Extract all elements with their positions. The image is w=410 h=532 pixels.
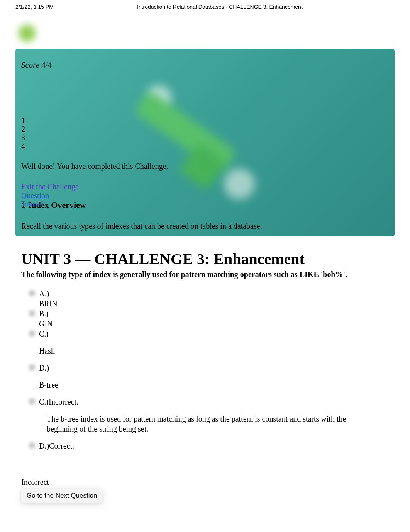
feedback-d-label: D.) (39, 442, 49, 450)
feedback-c: C.)Incorrect. (29, 397, 389, 407)
header-timestamp: 2/1/22, 1:15 PM (15, 4, 137, 10)
result-label: Incorrect (21, 478, 389, 487)
hero-area: Score 4/4 1 2 3 4 Well done! You have co… (15, 22, 395, 236)
question-nav: 1 2 3 4 (21, 116, 389, 150)
answer-a[interactable]: A.) BRIN (29, 289, 389, 309)
answer-d-text: B-tree (39, 380, 58, 390)
feedback-d-status: Correct. (49, 442, 74, 450)
page-header: 2/1/22, 1:15 PM Introduction to Relation… (0, 0, 410, 14)
unit-title: UNIT 3 — CHALLENGE 3: Enhancement (21, 250, 389, 268)
next-question-button[interactable]: Go to the Next Question (21, 489, 102, 503)
header-title: Introduction to Relational Databases - C… (137, 4, 303, 10)
feedback-c-status: Incorrect. (49, 398, 78, 406)
score-label: Score (21, 60, 39, 70)
status-icon (29, 442, 35, 449)
answer-a-label: A.) (39, 289, 58, 299)
tutorial-link[interactable]: Tutorial (21, 200, 43, 208)
answer-c-label: C.) (39, 329, 55, 339)
answer-b-label: B.) (39, 309, 53, 319)
challenge-panel: Score 4/4 1 2 3 4 Well done! You have co… (15, 49, 395, 236)
radio-icon (29, 310, 35, 316)
nav-item-4[interactable]: 4 (21, 142, 389, 150)
answer-d-label: D.) (39, 363, 58, 373)
logo-icon (15, 22, 39, 45)
radio-icon (29, 364, 35, 371)
answer-a-text: BRIN (39, 299, 58, 309)
answer-b[interactable]: B.) GIN (29, 309, 389, 329)
main-content: UNIT 3 — CHALLENGE 3: Enhancement The fo… (0, 236, 410, 510)
score-display: Score 4/4 (21, 60, 389, 70)
nav-item-3[interactable]: 3 (21, 133, 389, 142)
feedback-d: D.)Correct. (29, 441, 389, 451)
nav-item-1[interactable]: 1 (21, 116, 389, 125)
exit-challenge-link[interactable]: Exit the Challenge (21, 182, 389, 191)
completion-message: Well done! You have completed this Chall… (21, 162, 389, 171)
score-value: 4/4 (41, 60, 52, 70)
explanation-text: The b-tree index is used for pattern mat… (47, 414, 348, 434)
question-link[interactable]: Question (21, 191, 389, 200)
answer-d[interactable]: D.) B-tree (29, 363, 389, 397)
svg-point-0 (145, 85, 172, 112)
section-subtext: Recall the various types of indexes that… (21, 222, 389, 231)
links-row: Exit the Challenge Question Tutorial 1 I… (21, 182, 389, 210)
nav-item-2[interactable]: 2 (21, 125, 389, 133)
answer-c-text: Hash (39, 346, 55, 356)
question-prompt: The following type of index is generally… (21, 270, 389, 279)
answer-list: A.) BRIN B.) GIN C.) Hash D.) B-tree (29, 289, 389, 451)
status-icon (29, 398, 35, 405)
answer-b-text: GIN (39, 319, 53, 329)
answer-c[interactable]: C.) Hash (29, 329, 389, 363)
feedback-c-label: C.) (39, 398, 49, 406)
radio-icon (29, 330, 35, 337)
radio-icon (29, 290, 35, 296)
